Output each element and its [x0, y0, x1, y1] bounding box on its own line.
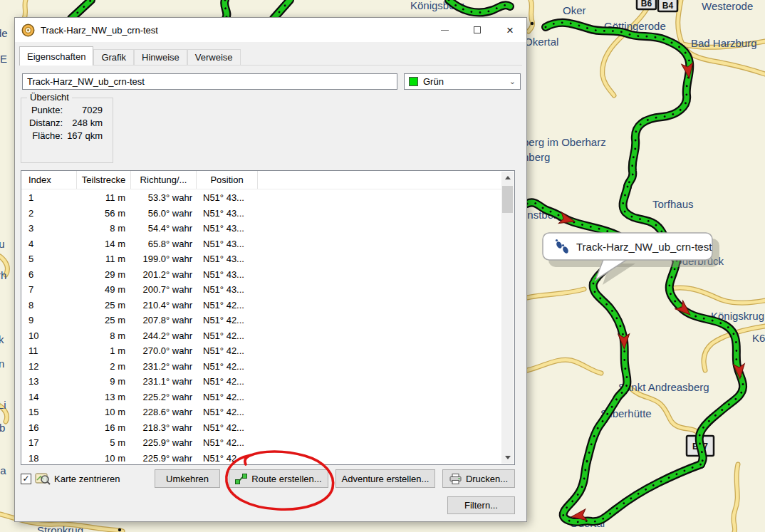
cell-0: 11: [21, 343, 77, 359]
tab-eigenschaften[interactable]: Eigenschaften: [19, 46, 93, 66]
cell-2: 228.6° wahr: [131, 405, 197, 420]
overview-row: Punkte:7029: [21, 104, 113, 117]
tab-grafik[interactable]: Grafik: [93, 49, 134, 66]
cell-3: N51° 42...: [197, 374, 258, 390]
road-shield-b6: B6: [637, 0, 656, 9]
column-header-1[interactable]: Teilstrecke: [77, 171, 131, 189]
color-select[interactable]: Grün ⌄: [404, 73, 521, 90]
cell-2: 231.1° wahr: [131, 374, 197, 390]
table-row[interactable]: 511 m199.0° wahrN51° 43...: [21, 251, 501, 267]
tab-hinweise[interactable]: Hinweise: [134, 49, 187, 66]
cell-1: 5 m: [77, 435, 131, 451]
scrollbar-thumb[interactable]: [502, 186, 513, 213]
cell-1: 56 m: [77, 206, 131, 221]
table-row[interactable]: 139 m231.1° wahrN51° 42...: [21, 374, 501, 390]
cell-2: 56.0° wahr: [131, 206, 197, 221]
overview-legend: Übersicht: [27, 92, 72, 103]
table-row[interactable]: 111 m53.3° wahrN51° 43...: [21, 190, 501, 206]
cell-3: N51° 42...: [197, 435, 258, 451]
overview-row: Fläche:167 qkm: [21, 130, 113, 142]
map-place-label: Stronkrug: [37, 524, 83, 532]
route-erstellen-button[interactable]: Route erstellen...: [229, 469, 328, 488]
cell-2: 225.2° wahr: [131, 390, 197, 405]
adventure-erstellen-button[interactable]: Adventure erstellen...: [335, 469, 435, 488]
table-row[interactable]: 1616 m218.3° wahrN51° 42...: [21, 420, 501, 436]
cell-1: 29 m: [77, 267, 131, 283]
umkehren-button[interactable]: Umkehren: [155, 469, 220, 488]
trackpoint-list[interactable]: IndexTeilstreckeRichtung/...Position 111…: [21, 170, 515, 465]
map-place-label: K6: [752, 332, 765, 344]
cell-3: N51° 43...: [197, 190, 258, 206]
table-row[interactable]: 749 m200.7° wahrN51° 43...: [21, 282, 501, 298]
table-row[interactable]: 825 m210.4° wahrN51° 42...: [21, 298, 501, 313]
drucken-button[interactable]: Drucken...: [442, 469, 515, 488]
cell-2: 270.0° wahr: [131, 343, 197, 359]
scroll-down-button[interactable]: [501, 452, 514, 464]
map-place-label: E: [0, 53, 7, 65]
column-header-0[interactable]: Index: [21, 171, 77, 189]
callout-close-icon[interactable]: ×: [697, 241, 703, 253]
table-row[interactable]: 175 m225.9° wahrN51° 42...: [21, 435, 501, 451]
close-button[interactable]: ×: [494, 18, 526, 42]
cell-0: 4: [21, 236, 77, 252]
table-row[interactable]: 414 m65.8° wahrN51° 43...: [21, 236, 501, 252]
map-place-label: Sankt Andreasberg: [618, 381, 709, 393]
maximize-button[interactable]: [461, 18, 494, 42]
map-place-label: da: [0, 464, 6, 476]
cell-3: N51° 42...: [197, 328, 258, 344]
filtern-button[interactable]: Filtern...: [447, 496, 515, 514]
table-row[interactable]: 256 m56.0° wahrN51° 43...: [21, 206, 501, 221]
cell-0: 1: [21, 190, 77, 206]
cell-1: 13 m: [77, 390, 131, 405]
table-row[interactable]: 108 m244.2° wahrN51° 42...: [21, 328, 501, 344]
center-map-checkbox[interactable]: ✓: [21, 474, 31, 484]
cell-3: N51° 43...: [197, 206, 258, 221]
track-properties-dialog: Track-Harz_NW_ub_crn-test × Eigenschafte…: [14, 17, 527, 522]
cell-3: N51° 43...: [197, 267, 258, 283]
cell-3: N51° 42...: [197, 313, 258, 328]
table-row[interactable]: 925 m207.8° wahrN51° 42...: [21, 313, 501, 328]
scroll-up-button[interactable]: [501, 172, 514, 184]
table-row[interactable]: 1810 m225.9° wahrN51° 42: [21, 451, 501, 465]
cell-0: 6: [21, 267, 77, 283]
cell-0: 18: [21, 451, 77, 465]
table-row[interactable]: 122 m231.2° wahrN51° 42...: [21, 359, 501, 375]
cell-1: 1 m: [77, 343, 131, 359]
column-header-3[interactable]: Position: [197, 171, 258, 189]
cell-0: 8: [21, 298, 77, 313]
track-name-input[interactable]: [22, 73, 397, 90]
column-header-filler: [258, 171, 514, 189]
cell-0: 2: [21, 206, 77, 221]
cell-3: N51° 42...: [197, 298, 258, 313]
cell-2: 54.4° wahr: [131, 221, 197, 236]
cell-0: 5: [21, 251, 77, 267]
svg-text:B4: B4: [662, 1, 674, 11]
tab-verweise[interactable]: Verweise: [187, 49, 241, 66]
chevron-down-icon: ⌄: [509, 77, 516, 86]
table-row[interactable]: 1510 m228.6° wahrN51° 42...: [21, 405, 501, 420]
map-place-label: au: [0, 238, 5, 250]
table-row[interactable]: 38 m54.4° wahrN51° 43...: [21, 221, 501, 236]
map-place-label: k: [0, 333, 4, 345]
map-place-label: Torfhaus: [652, 198, 694, 210]
road-shield-b4: B4: [658, 0, 677, 11]
minimize-icon: [441, 30, 449, 31]
vertical-scrollbar[interactable]: [501, 172, 514, 464]
cell-1: 2 m: [77, 359, 131, 375]
track-callout[interactable]: Track-Harz_NW_ub_crn-test ×: [543, 233, 719, 285]
cell-1: 10 m: [77, 451, 131, 465]
cell-0: 3: [21, 221, 77, 236]
table-row[interactable]: 1413 m225.2° wahrN51° 42...: [21, 390, 501, 405]
table-row[interactable]: 111 m270.0° wahrN51° 42...: [21, 343, 501, 359]
cell-1: 25 m: [77, 313, 131, 328]
cell-1: 8 m: [77, 221, 131, 236]
column-header-2[interactable]: Richtung/...: [131, 171, 197, 189]
map-place-label: n: [0, 358, 4, 370]
cell-0: 13: [21, 374, 77, 390]
title-bar[interactable]: Track-Harz_NW_ub_crn-test ×: [15, 18, 526, 42]
cell-0: 7: [21, 282, 77, 298]
cell-3: N51° 43...: [197, 236, 258, 252]
table-row[interactable]: 629 m201.2° wahrN51° 43...: [21, 267, 501, 283]
cell-2: 210.4° wahr: [131, 298, 197, 313]
minimize-button[interactable]: [428, 18, 461, 42]
